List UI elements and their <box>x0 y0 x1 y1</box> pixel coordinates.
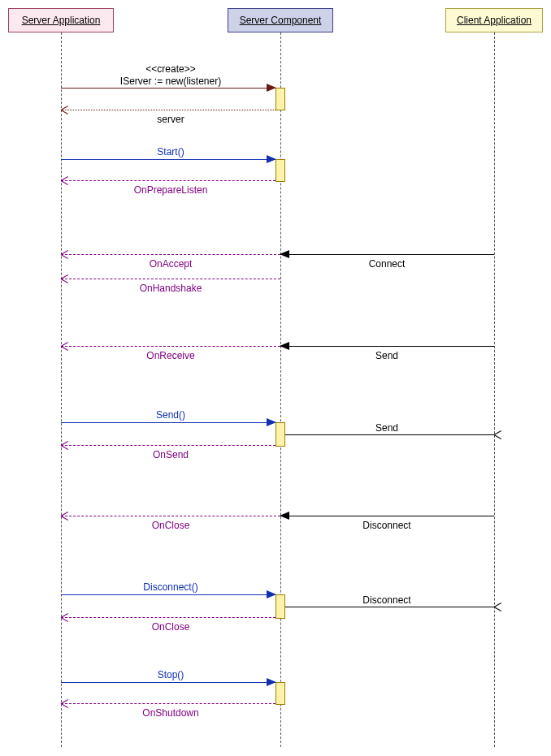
msg-onclose1 <box>61 516 280 516</box>
lifeline-server-application <box>61 32 62 747</box>
msg-onshutdown <box>61 703 276 704</box>
label-stop: Stop() <box>158 669 184 680</box>
label-create-stereotype: <<create>> <box>145 63 195 75</box>
participant-label: Server Application <box>22 15 101 26</box>
label-disconnect-to-client: Disconnect <box>362 594 410 606</box>
label-onpreparelisten: OnPrepareListen <box>134 184 208 196</box>
msg-send-call <box>61 422 276 423</box>
sequence-diagram: Server Application Server Component Clie… <box>0 0 551 756</box>
msg-onsend <box>61 445 276 446</box>
label-onshutdown: OnShutdown <box>142 707 198 719</box>
msg-send-from-client <box>280 346 494 347</box>
activation-disconnect <box>276 594 285 619</box>
lifeline-server-component <box>280 32 281 747</box>
label-onaccept: OnAccept <box>150 258 193 270</box>
participant-client-application: Client Application <box>445 8 543 32</box>
msg-disconnect-call <box>61 594 276 595</box>
label-create: IServer := new(listener) <box>120 76 221 87</box>
msg-send-to-client <box>285 434 494 435</box>
label-onreceive: OnReceive <box>146 350 194 361</box>
participant-server-component: Server Component <box>228 8 333 32</box>
msg-connect <box>280 254 494 255</box>
label-disconnect-call: Disconnect() <box>143 581 197 593</box>
msg-onpreparelisten <box>61 180 276 181</box>
msg-disconnect-to-client <box>285 607 494 607</box>
label-connect: Connect <box>369 258 406 270</box>
msg-stop <box>61 682 276 683</box>
participant-label: Client Application <box>457 15 531 26</box>
label-send-call: Send() <box>156 409 185 421</box>
participant-server-application: Server Application <box>8 8 114 32</box>
msg-onreceive <box>61 346 280 347</box>
msg-start <box>61 159 276 160</box>
label-send-from-client: Send <box>375 350 398 361</box>
activation-send <box>276 422 285 447</box>
msg-create <box>61 88 276 89</box>
msg-disconnect-from-client <box>280 516 494 516</box>
label-server-return: server <box>157 114 184 125</box>
msg-onclose2 <box>61 617 276 618</box>
activation-stop <box>276 682 285 705</box>
label-onclose1: OnClose <box>152 520 190 531</box>
msg-onaccept <box>61 254 280 255</box>
label-send-to-client: Send <box>375 422 398 434</box>
label-onsend: OnSend <box>153 449 189 460</box>
participant-label: Server Component <box>240 15 322 26</box>
msg-onhandshake <box>61 279 280 279</box>
lifeline-client-application <box>494 32 495 747</box>
label-start: Start() <box>157 146 184 158</box>
label-onclose2: OnClose <box>152 621 190 633</box>
activation-create <box>276 88 285 110</box>
label-onhandshake: OnHandshake <box>140 283 202 294</box>
msg-server-return <box>61 110 276 110</box>
label-disconnect-from-client: Disconnect <box>362 520 410 531</box>
activation-start <box>276 159 285 182</box>
